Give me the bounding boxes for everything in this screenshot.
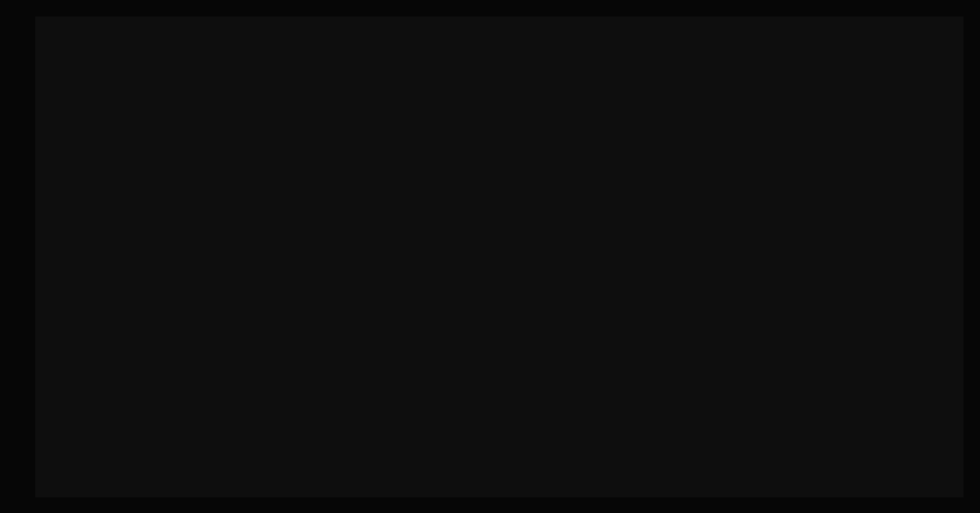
chart-canvas (0, 0, 980, 513)
plot-area (35, 16, 964, 497)
frequency-response-chart (0, 0, 980, 513)
